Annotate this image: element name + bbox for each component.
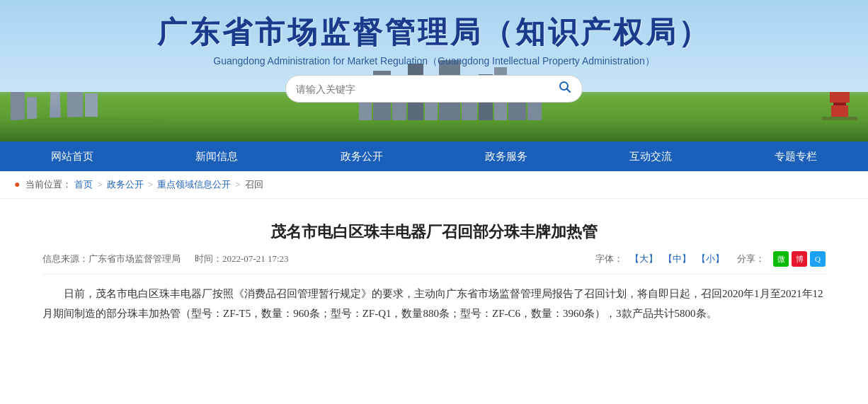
article-time: 时间：2022-07-21 17:23 <box>195 253 289 265</box>
breadcrumb-sep-3: > <box>235 179 240 190</box>
font-small-btn[interactable]: 【小】 <box>695 253 726 265</box>
article-body: 日前，茂名市电白区珠丰电器厂按照《消费品召回管理暂行规定》的要求，主动向广东省市… <box>42 284 826 324</box>
search-bar <box>285 75 583 103</box>
site-title-en: Guangdong Administration for Market Regu… <box>0 55 868 68</box>
main-content: 茂名市电白区珠丰电器厂召回部分珠丰牌加热管 信息来源：广东省市场监督管理局 时间… <box>0 199 868 345</box>
share-icons <box>773 251 826 267</box>
location-icon: ● <box>14 179 20 190</box>
search-button[interactable] <box>552 80 572 98</box>
breadcrumb-home[interactable]: 首页 <box>74 178 93 191</box>
article-meta: 信息来源：广东省市场监督管理局 时间：2022-07-21 17:23 字体： … <box>42 251 826 275</box>
share-wechat-icon[interactable] <box>773 251 789 267</box>
font-mid-btn[interactable]: 【中】 <box>662 253 692 265</box>
nav-item-gov-open[interactable]: 政务公开 <box>326 142 397 171</box>
breadcrumb-key-info[interactable]: 重点领域信息公开 <box>157 178 231 191</box>
nav-item-interact[interactable]: 互动交流 <box>615 142 686 171</box>
nav-item-news[interactable]: 新闻信息 <box>181 142 252 171</box>
breadcrumb: ● 当前位置： 首页 > 政务公开 > 重点领域信息公开 > 召回 <box>0 171 868 199</box>
breadcrumb-prefix: 当前位置： <box>25 178 72 191</box>
article-title: 茂名市电白区珠丰电器厂召回部分珠丰牌加热管 <box>42 221 826 243</box>
share-label: 分享： <box>737 253 765 265</box>
font-size-label: 字体： <box>595 253 623 265</box>
nav-item-home[interactable]: 网站首页 <box>37 142 108 171</box>
share-qq-icon[interactable] <box>810 251 826 267</box>
font-large-btn[interactable]: 【大】 <box>629 253 659 265</box>
nav-item-gov-service[interactable]: 政务服务 <box>471 142 542 171</box>
share-weibo-icon[interactable] <box>792 251 807 267</box>
breadcrumb-current: 召回 <box>245 178 263 191</box>
svg-line-1 <box>567 89 571 93</box>
font-size-options: 【大】 【中】 【小】 <box>629 253 726 265</box>
article-source: 信息来源：广东省市场监督管理局 <box>42 253 181 265</box>
search-input[interactable] <box>296 83 552 95</box>
header-banner: 广东省市场监督管理局（知识产权局） Guangdong Administrati… <box>0 0 868 142</box>
nav-bar: 网站首页 新闻信息 政务公开 政务服务 互动交流 专题专栏 <box>0 142 868 171</box>
breadcrumb-sep-2: > <box>148 179 153 190</box>
breadcrumb-gov-open[interactable]: 政务公开 <box>107 178 144 191</box>
nav-item-special[interactable]: 专题专栏 <box>760 142 831 171</box>
site-title-cn: 广东省市场监督管理局（知识产权局） <box>0 13 868 52</box>
breadcrumb-sep-1: > <box>97 179 102 190</box>
